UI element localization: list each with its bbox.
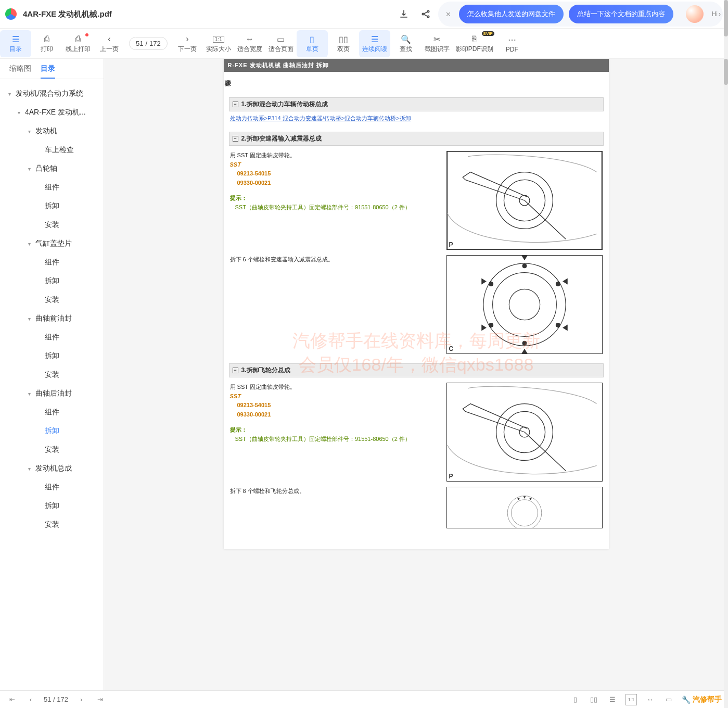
download-icon[interactable] [399, 9, 409, 19]
continuous-icon: ☰ [371, 33, 378, 45]
tool-double-page[interactable]: ▯▯双页 [328, 30, 359, 57]
view-double-icon[interactable]: ▯▯ [588, 694, 599, 705]
instruction-text: 拆下 8 个螺栓和飞轮分总成。 [230, 488, 305, 494]
collapse-icon: − [233, 368, 238, 373]
double-page-icon: ▯▯ [339, 33, 348, 45]
sst-label: SST [230, 393, 241, 399]
more-icon: ⋯ [508, 34, 516, 46]
toc-node[interactable]: ▾气缸盖垫片 [0, 234, 104, 253]
svg-point-12 [556, 323, 560, 327]
close-icon[interactable]: ✕ [443, 9, 454, 19]
side-tab-toc[interactable]: 目录 [41, 64, 55, 79]
tool-prev-page[interactable]: ‹上一页 [94, 30, 125, 57]
svg-point-13 [522, 341, 527, 345]
tool-fit-page[interactable]: ▭适合页面 [265, 30, 297, 57]
toc-leaf[interactable]: 安装 [0, 216, 104, 234]
sst-number: 09330-00021 [237, 179, 441, 188]
brand-logo: 🔧汽修帮手 [682, 695, 722, 704]
suggestion-pill-2[interactable]: 总结一下这个文档的重点内容 [569, 5, 673, 23]
tool-print[interactable]: ⎙打印 [31, 30, 62, 57]
tool-actual-size[interactable]: 1:1实际大小 [203, 30, 234, 57]
view-continuous-icon[interactable]: ☰ [607, 694, 618, 705]
next-page-button[interactable]: › [75, 694, 87, 705]
tool-fit-width[interactable]: ↔适合宽度 [234, 30, 265, 57]
suggestion-pill-1[interactable]: 怎么收集他人发送的网盘文件 [459, 5, 564, 23]
toc-leaf[interactable]: 车上检查 [0, 141, 104, 159]
toc-leaf[interactable]: 安装 [0, 290, 104, 309]
toc-leaf[interactable]: 拆卸 [0, 197, 104, 216]
document-viewport[interactable]: R-FXE 发动机机械 曲轴后油封 拆卸 骤 −1.拆卸混合动力车辆传动桥总成 … [104, 59, 728, 690]
figure-label: C [449, 345, 454, 352]
share-icon[interactable] [420, 9, 431, 19]
page-indicator[interactable]: 51/172 [129, 37, 168, 50]
last-page-button[interactable]: ⇥ [94, 694, 106, 705]
step-char: 骤 [225, 79, 609, 88]
single-page-icon: ▯ [310, 33, 314, 45]
svg-point-8 [492, 273, 556, 337]
breadcrumb-link[interactable]: 处动力传动系>P314 混合动力变速器/传动桥>混合动力车辆传动桥>拆卸 [230, 115, 411, 122]
tool-catalog[interactable]: ☰目录 [0, 30, 31, 57]
hi-label[interactable]: Hi› [712, 10, 721, 18]
online-print-icon: ⎙ [75, 33, 81, 45]
chevron-right-icon: › [186, 33, 188, 45]
view-ratio-icon[interactable]: 1:1 [625, 694, 637, 705]
prev-page-button[interactable]: ‹ [25, 694, 36, 705]
toc-node[interactable]: ▾发动机总成 [0, 459, 104, 478]
toc-leaf[interactable]: 拆卸 [0, 497, 104, 515]
toc-node[interactable]: ▾曲轴前油封 [0, 309, 104, 328]
view-fitpage-icon[interactable]: ▭ [663, 694, 674, 705]
toc-leaf[interactable]: 组件 [0, 178, 104, 197]
figure-pulley: P [446, 151, 603, 250]
tool-pdf-more[interactable]: ⋯PDF [496, 30, 528, 57]
caret-down-icon: ▾ [26, 390, 32, 397]
assistant-avatar[interactable] [686, 5, 704, 23]
toc-leaf-selected[interactable]: 拆卸 [0, 422, 104, 440]
caret-down-icon: ▾ [6, 91, 12, 97]
tool-next-page[interactable]: ›下一页 [172, 30, 203, 57]
toc-leaf[interactable]: 安装 [0, 365, 104, 384]
tool-single-page[interactable]: ▯单页 [297, 30, 328, 57]
toc-leaf[interactable]: 安装 [0, 515, 104, 534]
instruction-text: 用 SST 固定曲轴皮带轮。 [230, 152, 296, 158]
svg-point-14 [489, 323, 493, 327]
view-fitwidth-icon[interactable]: ↔ [644, 694, 656, 705]
section-bar-2: −2.拆卸变速器输入减震器总成 [229, 132, 604, 146]
toc-leaf[interactable]: 组件 [0, 328, 104, 347]
sst-number: 09213-54015 [237, 401, 441, 410]
first-page-button[interactable]: ⇤ [6, 694, 18, 705]
toc-leaf[interactable]: 组件 [0, 253, 104, 272]
toc-node[interactable]: ▾发动机 [0, 122, 104, 141]
toc-node[interactable]: ▾曲轴后油封 [0, 384, 104, 403]
actual-size-icon: 1:1 [213, 33, 224, 45]
caret-down-icon: ▾ [26, 166, 32, 172]
toc-node[interactable]: ▾凸轮轴 [0, 159, 104, 178]
caret-down-icon: ▾ [26, 315, 32, 322]
footer-page-indicator: 51 / 172 [44, 696, 68, 703]
tool-continuous[interactable]: ☰连续阅读 [359, 30, 390, 57]
svg-point-10 [522, 264, 527, 268]
figure-flywheel-partial [446, 487, 603, 528]
fit-page-icon: ▭ [277, 33, 285, 45]
dot-badge [85, 33, 88, 36]
toc-node[interactable]: ▾发动机/混合动力系统 [0, 84, 104, 103]
file-name: 4AR-FXE 发动机机械.pdf [23, 9, 112, 19]
tool-ocr-pdf[interactable]: SVIP⎘影印PDF识别 [453, 30, 496, 57]
toc-leaf[interactable]: 组件 [0, 403, 104, 422]
section-bar-1: −1.拆卸混合动力车辆传动桥总成 [229, 97, 604, 111]
hint-label: 提示： [230, 194, 441, 203]
toc-leaf[interactable]: 安装 [0, 440, 104, 459]
search-icon: 🔍 [401, 33, 411, 45]
tool-find[interactable]: 🔍查找 [390, 30, 422, 57]
toc-leaf[interactable]: 组件 [0, 478, 104, 497]
app-logo[interactable] [5, 8, 17, 20]
toc-node[interactable]: ▾4AR-FXE 发动机... [0, 103, 104, 122]
doc-scrollbar[interactable] [724, 59, 728, 690]
svg-point-19 [507, 496, 542, 528]
tool-online-print[interactable]: ⎙线上打印 [62, 30, 94, 57]
toc-leaf[interactable]: 拆卸 [0, 272, 104, 290]
view-single-icon[interactable]: ▯ [569, 694, 581, 705]
side-tab-thumbnails[interactable]: 缩略图 [9, 64, 31, 79]
tool-ocr-screenshot[interactable]: ✂截图识字 [422, 30, 453, 57]
toc-leaf[interactable]: 拆卸 [0, 347, 104, 365]
print-icon: ⎙ [44, 33, 49, 45]
